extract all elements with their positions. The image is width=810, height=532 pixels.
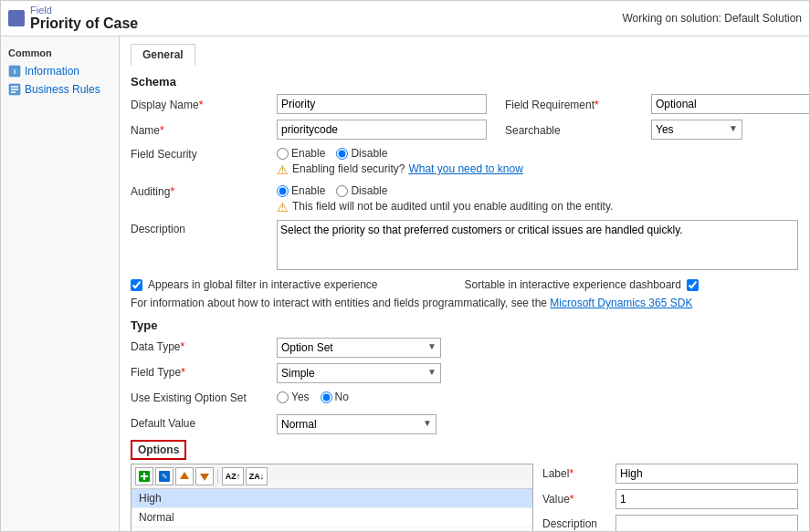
name-input[interactable] (277, 120, 487, 140)
field-requirement-right: Field Requirement* Optional Business Req… (505, 94, 809, 114)
display-name-left: Display Name* (131, 94, 487, 114)
move-up-button[interactable] (175, 467, 194, 485)
field-security-disable-input[interactable] (336, 148, 348, 160)
description-control (277, 220, 798, 273)
auditing-enable-input[interactable] (277, 185, 289, 197)
add-option-button[interactable] (135, 467, 153, 485)
options-title-wrapper: Options (131, 440, 798, 460)
option-label-label: Label* (542, 467, 615, 480)
use-existing-no-radio[interactable]: No (321, 391, 349, 403)
page-title: Priority of Case (30, 16, 138, 32)
global-filter-label: Appears in global filter in interactive … (148, 278, 377, 291)
add-green-icon (138, 470, 151, 483)
tabs-container: General (131, 44, 798, 66)
field-icon (8, 10, 25, 26)
sdk-link[interactable]: Microsoft Dynamics 365 SDK (550, 297, 692, 309)
use-existing-yes-label: Yes (291, 391, 310, 403)
field-requirement-label: Field Requirement* (505, 97, 651, 111)
field-type-row: Field Type* Simple (131, 363, 798, 383)
list-item[interactable]: Normal (131, 508, 532, 527)
description-label: Description (131, 220, 277, 235)
options-list: High Normal Low Critical (131, 489, 532, 531)
move-down-button[interactable] (195, 467, 214, 485)
sortable-checkbox[interactable] (687, 279, 699, 291)
options-toolbar: ✎ (131, 464, 532, 489)
field-type-label: Field Type* (131, 363, 277, 379)
data-type-label: Data Type* (131, 338, 277, 353)
options-right-panel: Label* Value* (542, 464, 798, 531)
header-left: Field Priority of Case (8, 5, 138, 32)
description-textarea[interactable] (277, 220, 798, 270)
edit-option-button[interactable]: ✎ (155, 467, 174, 485)
content-area: General Schema Display Name* Field Requi… (120, 37, 809, 531)
options-container: ✎ (131, 464, 798, 531)
default-value-select[interactable]: Normal High Low Critical (277, 414, 437, 434)
searchable-label: Searchable (505, 122, 651, 137)
option-description-row: Description (542, 515, 798, 531)
global-filter-checkbox[interactable] (131, 279, 142, 291)
default-value-label: Default Value (131, 414, 277, 430)
auditing-warn-text: This field will not be audited until you… (292, 200, 613, 213)
list-item[interactable]: High (131, 489, 532, 508)
option-label-input[interactable] (615, 464, 798, 484)
options-section-title: Options (131, 440, 186, 460)
auditing-disable-radio[interactable]: Disable (336, 184, 387, 197)
header-title-group: Field Priority of Case (30, 5, 138, 32)
sort-za-button[interactable]: ZA↓ (246, 467, 268, 485)
option-value-input[interactable] (615, 489, 798, 509)
sort-az-button[interactable]: AZ↑ (222, 467, 244, 485)
options-list-area: ✎ (131, 464, 533, 531)
rules-icon (8, 83, 21, 96)
auditing-disable-input[interactable] (336, 185, 348, 197)
svg-marker-11 (180, 472, 189, 479)
field-requirement-select[interactable]: Optional Business Required Business Reco… (651, 94, 809, 114)
use-existing-no-label: No (335, 391, 349, 403)
field-security-enable-input[interactable] (277, 148, 289, 160)
sortable-right: Sortable in interactive experience dashb… (465, 278, 799, 291)
list-item[interactable]: Low (131, 527, 532, 531)
use-existing-yes-input[interactable] (277, 391, 289, 403)
type-section-title: Type (131, 318, 798, 332)
searchable-select-wrapper: Yes No (651, 120, 742, 140)
option-description-label: Description (542, 515, 615, 530)
auditing-enable-radio[interactable]: Enable (277, 184, 325, 197)
auditing-enable-label: Enable (291, 184, 325, 197)
display-name-input[interactable] (277, 94, 487, 114)
use-existing-no-input[interactable] (321, 391, 332, 403)
working-on-label: Working on solution: Default Solution (622, 12, 802, 25)
name-row: Name* Searchable Yes No (131, 120, 798, 140)
default-value-control: Normal High Low Critical (277, 414, 798, 434)
field-security-disable-radio[interactable]: Disable (336, 147, 387, 160)
global-filter-left: Appears in global filter in interactive … (131, 278, 465, 291)
sidebar-item-business-rules[interactable]: Business Rules (1, 80, 119, 99)
field-security-label: Field Security (131, 145, 277, 161)
field-security-enable-radio[interactable]: Enable (277, 147, 325, 160)
svg-text:✎: ✎ (162, 473, 168, 481)
field-security-link[interactable]: What you need to know (408, 162, 522, 175)
default-value-select-wrapper: Normal High Low Critical (277, 414, 437, 434)
data-type-select[interactable]: Option Set (277, 338, 441, 358)
tab-general[interactable]: General (131, 44, 195, 66)
field-security-control: Enable Disable ⚠ Enabling field security… (277, 145, 798, 177)
sidebar-section-common: Common (1, 44, 119, 62)
down-icon (198, 470, 211, 483)
data-type-select-wrapper: Option Set (277, 338, 441, 358)
field-type-control: Simple (277, 363, 798, 383)
field-type-select-wrapper: Simple (277, 363, 441, 383)
sidebar-item-information-label: Information (25, 65, 79, 78)
field-security-info-msg: ⚠ Enabling field security? What you need… (277, 162, 798, 177)
field-type-select[interactable]: Simple (277, 363, 441, 383)
auditing-disable-label: Disable (351, 184, 387, 197)
use-existing-radio-group: Yes No (277, 389, 798, 403)
use-existing-yes-radio[interactable]: Yes (277, 391, 310, 403)
field-security-disable-label: Disable (351, 147, 387, 160)
name-label: Name* (131, 122, 277, 137)
sidebar-item-information[interactable]: i Information (1, 62, 119, 80)
display-name-label: Display Name* (131, 97, 277, 111)
option-description-textarea[interactable] (615, 515, 798, 531)
auditing-warn-icon: ⚠ (277, 200, 289, 214)
global-filter-row: Appears in global filter in interactive … (131, 278, 798, 291)
auditing-row: Auditing* Enable Disable ⚠ (131, 183, 798, 214)
display-name-row: Display Name* Field Requirement* Optiona… (131, 94, 798, 114)
searchable-select[interactable]: Yes No (651, 120, 742, 140)
